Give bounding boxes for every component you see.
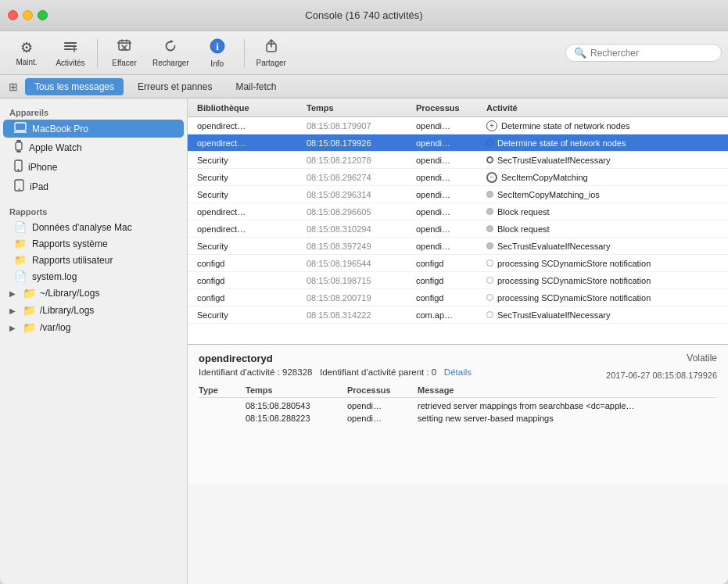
recharger-label: Recharger <box>152 59 189 67</box>
sidebar-item-donnees[interactable]: 📄 Données d'analyse Mac <box>3 219 184 235</box>
detail-activity-id: Identifiant d'activité : 928328 Identifi… <box>199 367 472 377</box>
search-input[interactable] <box>590 48 713 59</box>
cell-time-5: 08:15:08.296605 <box>303 207 413 217</box>
partager-button[interactable]: Partager <box>251 36 292 70</box>
tab-mail[interactable]: Mail-fetch <box>226 78 285 95</box>
cell-activity-9: processing SCDynamicStore notification <box>483 276 722 285</box>
activity-plus-icon: + <box>486 120 497 131</box>
detail-volatile-badge: Volatile <box>687 353 717 364</box>
activity-dot-gray-1 <box>486 191 493 198</box>
table-row[interactable]: opendirect… 08:15:08.179926 opendi… Dete… <box>188 134 728 152</box>
cell-activity-4: SecItemCopyMatching_ios <box>483 190 722 199</box>
ipad-label: iPad <box>30 181 48 192</box>
window-title: Console (16 740 activités) <box>305 9 422 21</box>
cell-time-6: 08:15:08.310294 <box>303 224 413 234</box>
detail-cell-time-1: 08:15:08.288223 <box>246 414 347 423</box>
activites-icon <box>63 39 77 57</box>
activity-dot-blue <box>486 139 493 146</box>
cell-proc-9: configd <box>413 276 483 285</box>
grid-icon[interactable]: ⊞ <box>6 80 20 94</box>
detail-col-msg: Message <box>418 385 717 395</box>
sidebar-item-ipad[interactable]: iPad <box>3 177 184 196</box>
cell-proc-11: com.ap… <box>413 310 483 320</box>
detail-row-0[interactable]: 08:15:08.280543 opendi… retrieved server… <box>199 399 717 412</box>
tabbar: ⊞ Tous les messages Erreurs et pannes Ma… <box>0 75 728 99</box>
activites-button[interactable]: Activités <box>50 36 91 70</box>
tab-tous[interactable]: Tous les messages <box>25 78 124 95</box>
cell-proc-3: opendi… <box>413 173 483 182</box>
minimize-button[interactable] <box>23 10 33 20</box>
cell-proc-2: opendi… <box>413 156 483 165</box>
partager-icon <box>264 39 278 57</box>
svg-rect-2 <box>64 48 72 50</box>
library-user-label: ~/Library/Logs <box>40 288 99 299</box>
table-row[interactable]: configd 08:15:08.196544 configd processi… <box>188 255 728 272</box>
sidebar-item-iphone[interactable]: iPhone <box>3 157 184 177</box>
section-rapports: Rapports <box>0 202 187 219</box>
maint-button[interactable]: ⚙ Maint. <box>6 36 47 70</box>
table-row[interactable]: opendirect… 08:15:08.296605 opendi… Bloc… <box>188 203 728 220</box>
recharger-button[interactable]: Recharger <box>148 36 194 70</box>
details-link[interactable]: Détails <box>444 367 472 377</box>
activity-dot-light <box>486 260 493 267</box>
detail-row-1[interactable]: 08:15:08.288223 opendi… setting new serv… <box>199 412 717 425</box>
search-icon: 🔍 <box>574 47 586 59</box>
sidebar-folder-var[interactable]: ▶ 📁 /var/log <box>3 319 184 336</box>
cell-activity-2: SecTrustEvaluateIfNecessary <box>483 156 722 165</box>
sidebar-item-rapports-user[interactable]: 📁 Rapports utilisateur <box>3 252 184 268</box>
sidebar-folder-library-user[interactable]: ▶ 📁 ~/Library/Logs <box>3 285 184 302</box>
tab-erreurs[interactable]: Erreurs et pannes <box>128 78 221 95</box>
detail-cell-type-0 <box>199 401 246 410</box>
effacer-button[interactable]: Effacer <box>104 36 145 70</box>
cell-lib-0: opendirect… <box>194 121 303 131</box>
detail-col-type: Type <box>199 385 246 395</box>
macbook-label: MacBook Pro <box>32 124 88 134</box>
cell-activity-3: − SecItemCopyMatching <box>483 172 722 183</box>
sidebar: Appareils MacBook Pro <box>0 99 188 584</box>
detail-meta: Identifiant d'activité : 928328 Identifi… <box>199 367 717 383</box>
cell-lib-11: Security <box>194 310 303 320</box>
table-row[interactable]: opendirect… 08:15:08.179907 opendi… + De… <box>188 117 728 134</box>
doc-icon-2: 📄 <box>14 271 27 282</box>
section-appareils: Appareils <box>0 103 187 120</box>
table-row[interactable]: Security 08:15:08.296314 opendi… SecItem… <box>188 186 728 203</box>
sidebar-item-macbook[interactable]: MacBook Pro <box>3 120 184 138</box>
chevron-right-icon-2: ▶ <box>9 306 19 315</box>
cell-lib-6: opendirect… <box>194 224 303 234</box>
sidebar-item-apple-watch[interactable]: Apple Watch <box>3 138 184 157</box>
table-row[interactable]: Security 08:15:08.296274 opendi… − SecIt… <box>188 169 728 186</box>
cell-proc-10: configd <box>413 293 483 303</box>
sidebar-item-rapports-sys[interactable]: 📁 Rapports système <box>3 235 184 252</box>
cell-proc-7: opendi… <box>413 242 483 251</box>
cell-activity-5: Block request <box>483 207 722 217</box>
donnees-label: Données d'analyse Mac <box>32 222 132 233</box>
effacer-icon <box>117 39 132 57</box>
info-button[interactable]: i Info <box>197 35 238 71</box>
svg-rect-13 <box>15 123 26 131</box>
phone-icon <box>14 159 23 174</box>
cell-lib-7: Security <box>194 242 303 251</box>
toolbar-sep-2 <box>244 39 245 67</box>
svg-text:i: i <box>216 41 219 52</box>
sidebar-item-system-log[interactable]: 📄 system.log <box>3 268 184 285</box>
recharger-icon <box>163 39 178 57</box>
table-row[interactable]: Security 08:15:08.314222 com.ap… SecTrus… <box>188 306 728 324</box>
table-row[interactable]: Security 08:15:08.212078 opendi… SecTrus… <box>188 152 728 169</box>
detail-cell-msg-1: setting new server-based mappings <box>418 414 717 423</box>
table-row[interactable]: configd 08:15:08.198715 configd processi… <box>188 272 728 289</box>
rapports-sys-label: Rapports système <box>32 238 108 249</box>
maximize-button[interactable] <box>38 10 48 20</box>
table-row[interactable]: Security 08:15:08.397249 opendi… SecTrus… <box>188 238 728 255</box>
sidebar-folder-library[interactable]: ▶ 📁 /Library/Logs <box>3 302 184 319</box>
folder-icon-4: 📁 <box>23 304 36 317</box>
table-row[interactable]: opendirect… 08:15:08.310294 opendi… Bloc… <box>188 220 728 238</box>
toolbar: ⚙ Maint. Activités <box>0 31 728 75</box>
col-header-time: Temps <box>303 103 413 113</box>
cell-lib-5: opendirect… <box>194 207 303 217</box>
col-header-activity: Activité <box>483 103 722 113</box>
table-row[interactable]: configd 08:15:08.200719 configd processi… <box>188 289 728 306</box>
search-bar[interactable]: 🔍 <box>565 44 722 62</box>
close-button[interactable] <box>8 10 18 20</box>
chevron-right-icon-1: ▶ <box>9 289 19 298</box>
log-table: opendirect… 08:15:08.179907 opendi… + De… <box>188 117 728 344</box>
